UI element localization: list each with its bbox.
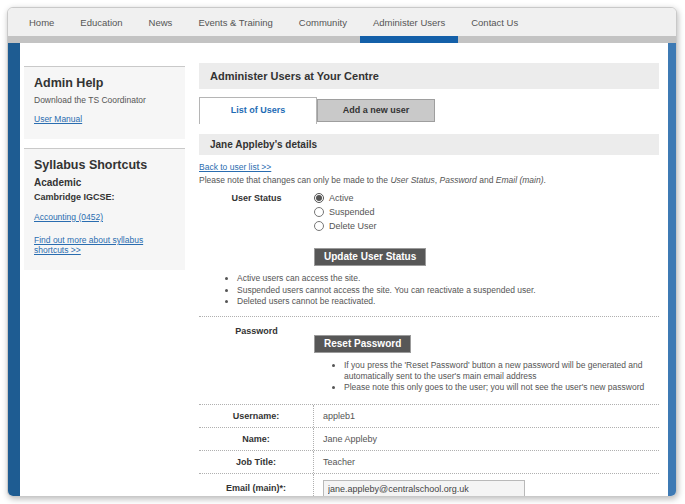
nav-item-label: Education: [80, 17, 122, 28]
nav-underline-strip: [8, 36, 676, 43]
right-accent-strip: [668, 43, 676, 496]
username-label: Username:: [199, 405, 314, 427]
radio-suspended-label[interactable]: Suspended: [329, 207, 375, 217]
note-text: Please note that changes can only be mad…: [199, 175, 390, 185]
syllabus-shortcuts-box: Syllabus Shortcuts Academic Cambridge IG…: [24, 148, 185, 270]
sidebar: Admin Help Download the TS Coordinator U…: [20, 43, 190, 496]
password-bullet: If you press the 'Reset Password' button…: [344, 360, 659, 381]
nav-item-events-training[interactable]: Events & Training: [185, 8, 285, 36]
browser-page: Home Education News Events & Training Co…: [7, 7, 677, 497]
status-bullet: Active users can access the site.: [237, 273, 659, 284]
table-row-username: Username: appleb1: [199, 405, 659, 428]
radio-delete-user-label[interactable]: Delete User: [329, 221, 377, 231]
note-text: and: [477, 175, 496, 185]
tab-bar: List of Users Add a new user: [199, 97, 659, 124]
table-row-name: Name: Jane Appleby: [199, 428, 659, 451]
nav-item-label: Contact Us: [471, 17, 518, 28]
name-label: Name:: [199, 428, 314, 450]
syllabus-qualification: Cambridge IGCSE:: [34, 192, 175, 202]
nav-item-community[interactable]: Community: [286, 8, 360, 36]
nav-item-label: Events & Training: [198, 17, 272, 28]
user-details-header: Jane Appleby's details: [199, 134, 659, 155]
nav-item-label: Home: [29, 17, 54, 28]
radio-active[interactable]: [314, 193, 324, 203]
username-value: appleb1: [314, 405, 659, 427]
user-status-info-list: Active users can access the site. Suspen…: [199, 273, 659, 307]
nav-item-home[interactable]: Home: [16, 8, 67, 36]
tab-list-of-users[interactable]: List of Users: [199, 97, 317, 124]
left-accent-strip: [8, 43, 20, 496]
tab-add-new-user[interactable]: Add a new user: [317, 99, 435, 122]
admin-help-title: Admin Help: [34, 76, 175, 90]
name-value: Jane Appleby: [314, 428, 659, 450]
main-content: Administer Users at Your Centre List of …: [190, 43, 668, 496]
status-bullet: Suspended users cannot access the site. …: [237, 285, 659, 296]
nav-item-education[interactable]: Education: [67, 8, 135, 36]
syllabus-category: Academic: [34, 177, 175, 188]
back-to-user-list-link[interactable]: Back to user list >>: [199, 162, 271, 172]
radio-delete-user[interactable]: [314, 221, 324, 231]
password-bullet: Please note this only goes to the user; …: [344, 382, 659, 393]
syllabus-accounting-link[interactable]: Accounting (0452): [34, 212, 103, 222]
nav-item-administer-users[interactable]: Administer Users: [360, 8, 458, 36]
email-input[interactable]: [323, 480, 525, 496]
page-title: Administer Users at Your Centre: [199, 63, 659, 89]
note-email: Email (main): [496, 175, 544, 185]
nav-item-contact-us[interactable]: Contact Us: [458, 8, 531, 36]
user-status-options: Active Suspended Delete User: [314, 193, 659, 235]
password-label: Password: [199, 326, 314, 395]
syllabus-shortcuts-title: Syllabus Shortcuts: [34, 158, 175, 172]
admin-help-box: Admin Help Download the TS Coordinator U…: [24, 66, 185, 139]
section-divider: [199, 316, 659, 317]
status-bullet: Deleted users cannot be reactivated.: [237, 296, 659, 307]
top-navigation: Home Education News Events & Training Co…: [8, 8, 676, 36]
table-row-email: Email (main)*:: [199, 474, 659, 496]
note-password: Password: [440, 175, 477, 185]
nav-item-label: Administer Users: [373, 17, 445, 28]
radio-suspended[interactable]: [314, 207, 324, 217]
admin-help-text: Download the TS Coordinator: [34, 95, 175, 105]
job-title-value: Teacher: [314, 451, 659, 473]
reset-password-button[interactable]: Reset Password: [314, 335, 411, 353]
table-row-job-title: Job Title: Teacher: [199, 451, 659, 474]
note-user-status: User Status: [390, 175, 434, 185]
note-text: .: [543, 175, 545, 185]
edit-note: Please note that changes can only be mad…: [199, 175, 659, 185]
update-user-status-button[interactable]: Update User Status: [314, 248, 426, 266]
nav-item-label: Community: [299, 17, 347, 28]
nav-item-news[interactable]: News: [136, 8, 186, 36]
user-status-label: User Status: [199, 193, 314, 235]
job-title-label: Job Title:: [199, 451, 314, 473]
password-info-list: If you press the 'Reset Password' button…: [314, 360, 659, 393]
user-manual-link[interactable]: User Manual: [34, 114, 82, 124]
syllabus-more-link[interactable]: Find out more about syllabus shortcuts >…: [34, 235, 175, 255]
email-label: Email (main)*:: [199, 474, 314, 496]
user-fields-table: Username: appleb1 Name: Jane Appleby Job…: [199, 405, 659, 496]
nav-item-label: News: [149, 17, 173, 28]
radio-active-label[interactable]: Active: [329, 193, 354, 203]
